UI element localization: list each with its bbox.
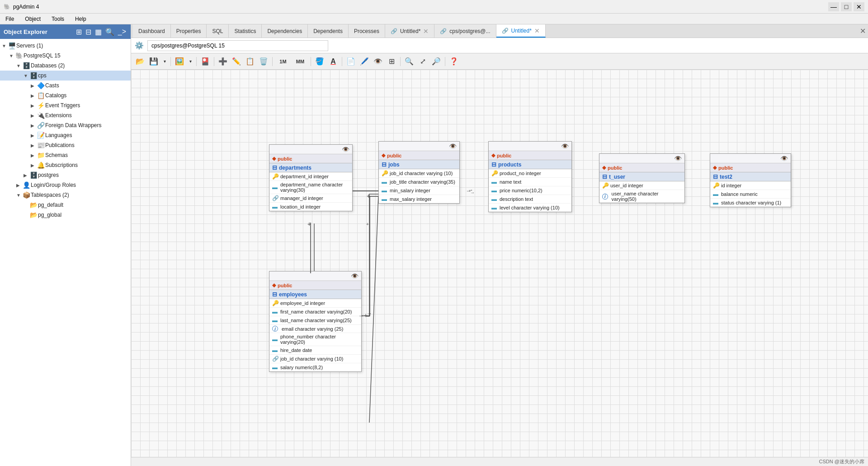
tab-dependents[interactable]: Dependents <box>308 24 349 38</box>
menu-help[interactable]: Help <box>73 15 88 23</box>
explorer-view-icon[interactable]: ▦ <box>94 27 103 37</box>
tree-item-login-roles[interactable]: ▶ 👤 Login/Group Roles <box>0 180 131 190</box>
explorer-server-icon[interactable]: ⊞ <box>75 27 83 37</box>
menu-tools[interactable]: Tools <box>50 15 66 23</box>
departments-col3-text: manager_id integer <box>280 195 323 201</box>
many-to-many-button[interactable]: MM <box>292 56 308 67</box>
tab-dependencies[interactable]: Dependencies <box>262 24 308 38</box>
tab-statistics[interactable]: Statistics <box>229 24 262 38</box>
tab-cps-icon: 🔗 <box>440 28 447 34</box>
departments-eye-icon[interactable]: 👁️ <box>342 146 349 153</box>
add-table-button[interactable]: ➕ <box>217 56 229 67</box>
tree-item-event-triggers[interactable]: ▶ ⚡ Event Triggers <box>0 100 131 110</box>
employees-col-4: i email character varying (25) <box>269 325 361 333</box>
tree-item-pg-default[interactable]: 📂 pg_default <box>0 200 131 210</box>
zoom-in-button[interactable]: 🔍 <box>403 56 415 67</box>
minimize-button[interactable]: — <box>828 2 839 11</box>
tree-item-extensions[interactable]: ▶ 🔌 Extensions <box>0 110 131 120</box>
tree-item-postgresql[interactable]: ▼ 🐘 PostgreSQL 15 <box>0 51 131 61</box>
svg-text:→: → <box>367 310 372 317</box>
pg-global-label: pg_global <box>38 212 61 218</box>
save-button[interactable]: 💾 <box>147 56 160 67</box>
tab-untitled1-close[interactable]: ✕ <box>423 28 429 35</box>
tree-item-fdw[interactable]: ▶ 🔗 Foreign Data Wrappers <box>0 120 131 130</box>
departments-schema: public <box>278 156 292 162</box>
tree-item-databases[interactable]: ▼ 🗄️ Databases (2) <box>0 61 131 71</box>
zoom-out-button[interactable]: 🔎 <box>430 56 443 67</box>
copy-button[interactable]: 📋 <box>244 56 256 67</box>
explorer-terminal-icon[interactable]: _> <box>117 27 127 37</box>
erd-table-employees[interactable]: 👁️ ◆ public ⊟ employees 🔑 employee_id in… <box>269 271 362 372</box>
toolbar: 📂 💾 ▾ 🖼️ ▾ 🎴 ➕ ✏️ 📋 🗑️ 1M MM 🪣 A 📄 🖊️ 👁️… <box>131 53 868 70</box>
tree-item-servers[interactable]: ▼ 🖥️ Servers (1) <box>0 41 131 51</box>
menu-file[interactable]: File <box>4 15 16 23</box>
test2-name: test2 <box>720 174 732 180</box>
insert-image-button[interactable]: 🎴 <box>199 56 212 67</box>
text-color-button[interactable]: A <box>327 56 340 67</box>
save-image-dropdown-button[interactable]: ▾ <box>187 56 194 67</box>
maximize-button[interactable]: □ <box>841 2 852 11</box>
employees-eye-icon[interactable]: 👁️ <box>351 272 359 280</box>
tree-item-schemas[interactable]: ▶ 📁 Schemas <box>0 150 131 160</box>
tree-item-cps[interactable]: ▼ 🗄️ cps <box>0 71 131 81</box>
erd-table-jobs[interactable]: 👁️ ◆ public ⊟ jobs 🔑 job_id character va… <box>378 141 460 204</box>
publications-arrow: ▶ <box>31 143 37 148</box>
erd-table-t-user[interactable]: 👁️ ◆ public ⊟ t_user 🔑 user_id integer i… <box>599 153 685 203</box>
tree-item-tablespaces[interactable]: ▼ 📦 Tablespaces (2) <box>0 190 131 200</box>
tab-untitled1[interactable]: 🔗 Untitled* ✕ <box>385 24 434 38</box>
tree-item-pg-global[interactable]: 📂 pg_global <box>0 210 131 220</box>
test2-eye-icon[interactable]: 👁️ <box>780 155 788 162</box>
close-button[interactable]: ✕ <box>854 2 864 11</box>
menu-object[interactable]: Object <box>23 15 42 23</box>
test2-col-1: 🔑 id integer <box>710 181 791 190</box>
col-icon-test2-3: ▬ <box>713 200 719 206</box>
open-file-button[interactable]: 📂 <box>134 56 146 67</box>
departments-col-2: ▬ department_name character varying(30) <box>269 181 352 194</box>
jobs-eye-icon[interactable]: 👁️ <box>449 143 457 150</box>
edit-button[interactable]: ✏️ <box>230 56 243 67</box>
tree-item-publications[interactable]: ▶ 📰 Publications <box>0 140 131 150</box>
t-user-eye-icon[interactable]: 👁️ <box>674 155 682 162</box>
erd-table-test2[interactable]: 👁️ ◆ public ⊟ test2 🔑 id integer ▬ balan… <box>710 153 791 207</box>
tab-dashboard[interactable]: Dashboard <box>133 24 171 38</box>
col-icon-prod4: ▬ <box>491 196 498 202</box>
erd-table-departments[interactable]: 👁️ ◆ public ⊟ departments 🔑 department_i… <box>269 144 353 211</box>
help-button[interactable]: ❓ <box>448 56 460 67</box>
tab-sql[interactable]: SQL <box>207 24 229 38</box>
erd-canvas[interactable]: + → → + → 👁️ ◆ <box>131 70 868 457</box>
grid-button[interactable]: ⊞ <box>385 56 398 67</box>
explorer-table-icon[interactable]: ⊟ <box>85 27 92 37</box>
tab-properties[interactable]: Properties <box>171 24 207 38</box>
erd-table-products[interactable]: 👁️ ◆ public ⊟ products 🔑 product_no inte… <box>488 141 572 212</box>
tab-processes[interactable]: Processes <box>349 24 385 38</box>
close-all-tabs[interactable]: ✕ <box>857 24 868 38</box>
one-to-many-button[interactable]: 1M <box>275 56 291 67</box>
tree-item-catalogs[interactable]: ▶ 📋 Catalogs <box>0 90 131 100</box>
save-dropdown-button[interactable]: ▾ <box>161 56 168 67</box>
tree-item-casts[interactable]: ▶ 🔷 Casts <box>0 81 131 90</box>
tree-item-postgres-db[interactable]: ▶ 🗄️ postgres <box>0 170 131 180</box>
products-eye-icon[interactable]: 👁️ <box>561 143 569 150</box>
svg-text:+: + <box>307 220 311 228</box>
jobs-col1-text: job_id character varying (10) <box>390 171 453 176</box>
tree-item-subscriptions[interactable]: ▶ 🔔 Subscriptions <box>0 160 131 170</box>
note-button[interactable]: 📄 <box>344 56 357 67</box>
products-name-row: ⊟ products <box>489 160 571 169</box>
fill-color-button[interactable]: 🪣 <box>313 56 326 67</box>
tab-cps[interactable]: 🔗 cps/postgres@... <box>434 24 496 38</box>
tree-item-languages[interactable]: ▶ 📝 Languages <box>0 130 131 140</box>
cps-arrow: ▼ <box>24 73 30 78</box>
tab-untitled2[interactable]: 🔗 Untitled* ✕ <box>496 24 546 38</box>
auto-align-button[interactable]: 👁️ <box>372 56 384 67</box>
delete-button[interactable]: 🗑️ <box>257 56 270 67</box>
draw-button[interactable]: 🖊️ <box>358 56 371 67</box>
fit-button[interactable]: ⤢ <box>416 56 429 67</box>
save-image-button[interactable]: 🖼️ <box>173 56 186 67</box>
tab-untitled2-close[interactable]: ✕ <box>534 27 540 34</box>
explorer-search-icon[interactable]: 🔍 <box>104 27 115 37</box>
jobs-col3-text: min_salary integer <box>390 188 430 193</box>
postgresql-label: PostgreSQL 15 <box>24 52 61 59</box>
postgres-db-arrow: ▶ <box>24 173 30 178</box>
departments-name: departments <box>279 165 311 171</box>
t-user-name: t_user <box>609 174 625 180</box>
